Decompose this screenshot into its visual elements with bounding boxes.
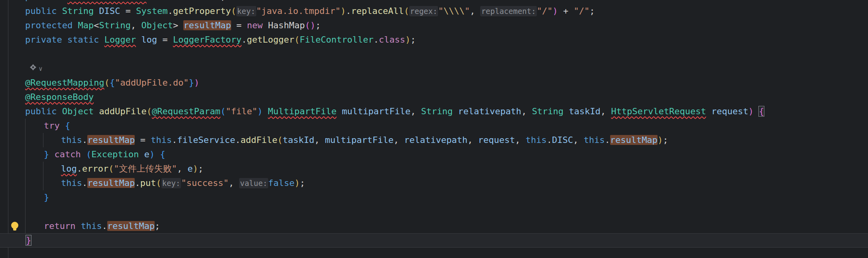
code-line[interactable]: protected Map<String, Object> resultMap … (0, 18, 868, 33)
code-token: . (135, 178, 140, 188)
code-line[interactable]: @ResponseBody (0, 90, 868, 104)
code-token: () (305, 20, 316, 30)
code-token: @RequestMapping (25, 78, 104, 88)
code-token: ; (155, 221, 160, 231)
code-token: , (467, 135, 478, 145)
code-token: resultMap (87, 178, 135, 188)
code-token: HttpServletRequest (611, 106, 706, 116)
code-token: Object (141, 20, 173, 30)
code-token: DISC (99, 6, 125, 16)
code-token: ; (220, 0, 226, 2)
code-token: addFile (240, 135, 277, 145)
code-token: replaceAll (351, 6, 404, 16)
code-line[interactable]: this.resultMap.put(key:"success", value:… (0, 176, 868, 190)
code-line[interactable]: public String DISC = System.getProperty(… (0, 4, 868, 18)
code-line[interactable]: this.resultMap = this.fileService.addFil… (0, 133, 868, 147)
code-token: > (173, 20, 184, 30)
code-token: taskId (283, 135, 314, 145)
code-token: ( (404, 6, 409, 16)
code-token: ( (295, 35, 300, 45)
code-token: , (573, 135, 584, 145)
code-token: " (438, 6, 443, 16)
code-token: , (515, 135, 526, 145)
code-token: ( (86, 149, 91, 159)
code-token: . (102, 221, 107, 231)
code-token: . (242, 35, 247, 45)
code-token: ( (147, 106, 152, 116)
code-area: private RuntimeService runtimeService;pu… (0, 0, 868, 248)
code-token: , (131, 20, 141, 30)
code-token: private (25, 0, 67, 2)
code-token: ; (589, 6, 595, 16)
code-line[interactable]: public Object addUpFile(@RequestParam("f… (0, 104, 868, 119)
code-token: multipartFile (342, 106, 410, 116)
code-token: MultipartFile (268, 106, 336, 116)
code-token: Logger (104, 35, 136, 45)
code-line[interactable]: } catch (Exception e) { (0, 147, 868, 162)
code-token: value: (239, 178, 268, 188)
code-token: = (126, 6, 136, 16)
code-token: . (82, 135, 87, 145)
code-line[interactable] (0, 205, 868, 219)
code-line[interactable]: ∨ (0, 61, 868, 76)
code-token: ) (552, 6, 558, 16)
code-token: request (478, 135, 515, 145)
code-line-caret[interactable]: } (0, 233, 868, 248)
code-line[interactable]: } (0, 190, 868, 205)
code-token: String (421, 106, 458, 116)
code-token: ( (231, 6, 236, 16)
code-token: getProperty (173, 6, 231, 16)
code-token: taskId (569, 106, 600, 116)
code-token: return (44, 221, 81, 231)
code-token: protected (25, 20, 78, 30)
code-line[interactable]: log.error("文件上传失败", e); (0, 162, 868, 176)
code-token: log (141, 35, 162, 45)
code-token: key: (161, 178, 181, 188)
code-token: . (605, 135, 610, 145)
code-token: runtimeService (147, 0, 220, 2)
chevron-down-icon[interactable]: ∨ (39, 65, 43, 72)
code-token: relativepath (458, 106, 521, 116)
code-token: ) (193, 164, 198, 174)
code-token: ( (104, 78, 110, 88)
code-line[interactable]: try { (0, 119, 868, 133)
code-token: resultMap (107, 221, 155, 231)
code-token: , (410, 106, 421, 116)
code-token: @RequestParam (152, 106, 220, 116)
code-line[interactable]: return this.resultMap; (0, 219, 868, 233)
code-token: , (601, 106, 611, 116)
code-token: this (61, 135, 82, 145)
code-token: { (759, 106, 764, 116)
code-token: regex: (409, 6, 438, 16)
code-token: ; (316, 20, 321, 30)
code-line[interactable] (0, 47, 868, 61)
code-token: . (346, 6, 351, 16)
code-token: "success" (181, 178, 228, 188)
code-line[interactable]: private static Logger log = LoggerFactor… (0, 33, 868, 47)
code-token (706, 106, 711, 116)
code-token: ) (341, 6, 346, 16)
code-token: \\\\ (444, 6, 465, 16)
code-line[interactable]: @RequestMapping({"addUpFile.do"}) (0, 76, 868, 90)
code-token (155, 149, 160, 159)
code-token: class (379, 35, 405, 45)
code-token: ) (295, 178, 300, 188)
code-token: request (711, 106, 748, 116)
code-token: HashMap (268, 20, 305, 30)
code-token: this (151, 135, 172, 145)
code-editor[interactable]: private RuntimeService runtimeService;pu… (0, 0, 868, 258)
code-token: " (465, 6, 470, 16)
code-token: ; (300, 178, 305, 188)
code-line[interactable]: private RuntimeService runtimeService; (0, 0, 868, 4)
code-token: = (231, 20, 247, 30)
code-token: String (532, 106, 569, 116)
code-token: . (77, 164, 82, 174)
code-token: , (177, 164, 188, 174)
endpoint-action-icon[interactable] (29, 61, 37, 75)
code-token: ) (194, 78, 199, 88)
code-token: } (44, 192, 49, 202)
code-token: , (521, 106, 532, 116)
lightbulb-icon[interactable] (11, 222, 18, 229)
code-token: ; (410, 35, 416, 45)
code-token: this (61, 178, 82, 188)
